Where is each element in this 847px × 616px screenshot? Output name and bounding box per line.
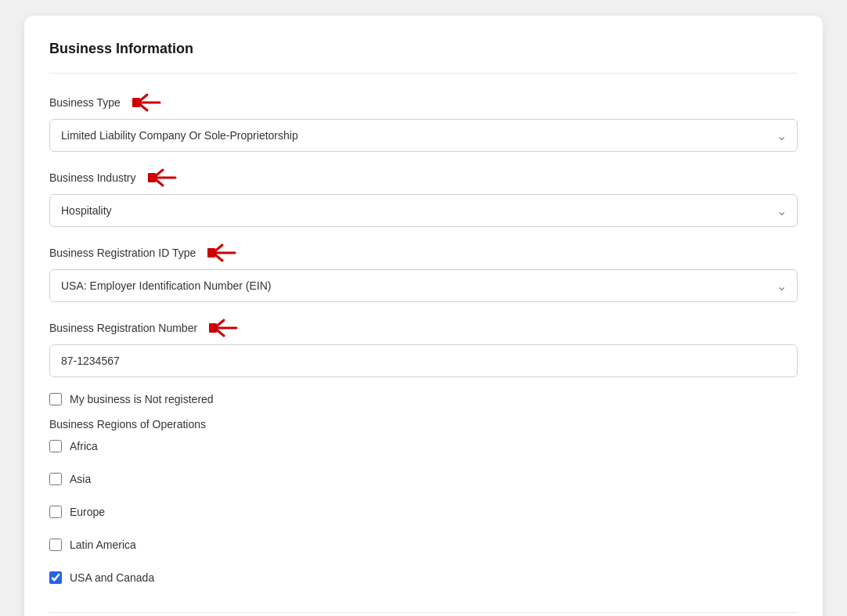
business-type-select-wrapper: Limited Liability Company Or Sole-Propri…: [49, 119, 798, 152]
regions-section: Business Regions of Operations Africa As…: [49, 418, 798, 596]
business-industry-select-wrapper: Hospitality Technology Finance Healthcar…: [49, 194, 798, 227]
business-type-label: Business Type: [49, 92, 798, 113]
svg-rect-0: [132, 98, 140, 107]
registration-number-arrow-annotation: [208, 318, 238, 338]
svg-rect-3: [209, 323, 217, 333]
business-type-select[interactable]: Limited Liability Company Or Sole-Propri…: [49, 119, 798, 152]
registration-id-type-select-wrapper: USA: Employer Identification Number (EIN…: [49, 269, 798, 302]
region-europe[interactable]: Europe: [49, 506, 798, 518]
business-industry-group: Business Industry Hospitality Technology…: [49, 168, 798, 227]
not-registered-checkbox-label: My business is Not registered: [70, 393, 214, 405]
business-industry-select[interactable]: Hospitality Technology Finance Healthcar…: [49, 194, 798, 227]
registration-number-input[interactable]: [49, 344, 798, 377]
not-registered-checkbox[interactable]: [49, 393, 62, 405]
registration-number-label: Business Registration Number: [49, 318, 798, 338]
svg-rect-2: [207, 248, 215, 258]
region-africa-label: Africa: [70, 440, 98, 452]
region-latin-america[interactable]: Latin America: [49, 539, 798, 551]
region-europe-checkbox[interactable]: [49, 506, 62, 518]
footer-actions: Update Information: [49, 612, 798, 616]
registration-id-type-group: Business Registration ID Type USA: Emplo…: [49, 243, 798, 302]
business-information-card: Business Information Business Type Limit…: [24, 16, 823, 616]
region-europe-label: Europe: [70, 506, 105, 518]
business-type-group: Business Type Limited Liability Company …: [49, 92, 798, 152]
registration-id-type-arrow-annotation: [207, 243, 236, 263]
form-section: Business Type Limited Liability Company …: [49, 92, 798, 596]
business-industry-label: Business Industry: [49, 168, 798, 188]
business-type-arrow-annotation: [132, 92, 161, 113]
region-usa-canada-checkbox[interactable]: [49, 571, 62, 584]
region-usa-canada[interactable]: USA and Canada: [49, 571, 798, 584]
not-registered-checkbox-row[interactable]: My business is Not registered: [49, 393, 798, 405]
region-latin-america-label: Latin America: [70, 539, 136, 551]
region-usa-canada-label: USA and Canada: [70, 571, 154, 584]
regions-label: Business Regions of Operations: [49, 418, 798, 430]
region-asia-checkbox[interactable]: [49, 473, 62, 485]
registration-id-type-select[interactable]: USA: Employer Identification Number (EIN…: [49, 269, 798, 302]
region-latin-america-checkbox[interactable]: [49, 539, 62, 551]
svg-rect-1: [148, 173, 156, 182]
region-africa[interactable]: Africa: [49, 440, 798, 452]
business-industry-arrow-annotation: [147, 168, 177, 188]
registration-id-type-label: Business Registration ID Type: [49, 243, 798, 263]
regions-list: Africa Asia Europe Latin America USA and…: [49, 440, 798, 596]
region-asia-label: Asia: [70, 473, 91, 485]
card-title: Business Information: [49, 41, 798, 74]
region-asia[interactable]: Asia: [49, 473, 798, 485]
region-africa-checkbox[interactable]: [49, 440, 62, 452]
registration-number-group: Business Registration Number: [49, 318, 798, 377]
